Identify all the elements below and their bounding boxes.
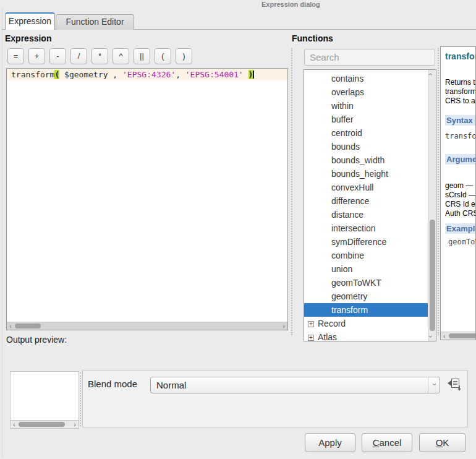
- expression-dialog: Expression dialog Expression Function Ed…: [0, 0, 476, 459]
- operator-divide-button[interactable]: /: [70, 48, 87, 64]
- function-list-item[interactable]: bounds_width: [304, 153, 428, 167]
- help-horizontal-scrollbar[interactable]: ‹: [441, 332, 475, 340]
- scroll-down-icon[interactable]: ›: [427, 335, 435, 338]
- function-list-item-label: transform: [331, 305, 368, 315]
- editor-horizontal-scrollbar[interactable]: ‹ ›: [7, 322, 287, 330]
- operator-plus-button[interactable]: +: [28, 48, 45, 64]
- function-list-item[interactable]: within: [304, 99, 428, 113]
- function-list-item[interactable]: combine: [304, 249, 428, 262]
- preview-splitter[interactable]: [80, 372, 81, 426]
- operator-minus-button[interactable]: -: [49, 48, 66, 64]
- function-list-scrollbar[interactable]: ‹ ›: [428, 70, 436, 341]
- scroll-up-icon[interactable]: ‹: [427, 73, 435, 75]
- operator-close-paren-button[interactable]: ): [176, 48, 192, 64]
- editor-scrollbar-thumb[interactable]: [15, 324, 41, 328]
- panel-splitter-left[interactable]: [291, 48, 292, 335]
- function-list-item[interactable]: convexHull: [304, 181, 428, 194]
- code-space: [244, 70, 249, 79]
- data-defined-override-button[interactable]: [446, 377, 462, 393]
- blend-mode-value: Normal: [156, 377, 186, 393]
- function-list-item[interactable]: transform: [304, 303, 428, 317]
- preview-box: ‹ ›: [10, 371, 79, 429]
- function-list-item-label: bounds_height: [331, 169, 388, 179]
- function-list-item-label: difference: [331, 196, 369, 206]
- code-string-1: 'EPSG:4326': [122, 70, 176, 79]
- help-arguments-heading: Arguments: [445, 154, 476, 165]
- function-list-item-label: contains: [331, 74, 363, 84]
- scroll-left-icon[interactable]: ‹: [9, 322, 12, 330]
- expression-heading: Expression: [5, 33, 51, 43]
- expand-icon[interactable]: +: [308, 321, 314, 327]
- function-list-item[interactable]: centroid: [304, 126, 428, 140]
- help-scrollbar-thumb[interactable]: [449, 333, 476, 338]
- function-list-item[interactable]: geometry: [304, 290, 428, 303]
- apply-button[interactable]: Apply: [305, 433, 355, 452]
- function-list-item[interactable]: bounds_height: [304, 167, 428, 181]
- function-list-item[interactable]: symDifference: [304, 235, 428, 249]
- function-list-scrollbar-thumb[interactable]: [430, 220, 435, 331]
- function-list[interactable]: containsoverlapswithinbuffercentroidboun…: [304, 69, 436, 341]
- data-defined-override-icon: [446, 377, 462, 392]
- panel-splitter-right[interactable]: [438, 48, 439, 335]
- code-string-2: 'EPSG:54001': [185, 70, 244, 79]
- function-list-item[interactable]: +Record: [304, 317, 428, 330]
- operator-toolbar: = + - / * ^ || ( ): [7, 48, 192, 64]
- tab-expression[interactable]: Expression: [5, 12, 55, 30]
- expand-icon[interactable]: +: [308, 335, 314, 341]
- function-list-item[interactable]: difference: [304, 194, 428, 208]
- function-list-item-label: intersection: [331, 223, 376, 233]
- scroll-right-icon[interactable]: ›: [74, 421, 76, 428]
- operator-open-paren-button[interactable]: (: [155, 48, 171, 64]
- function-list-item[interactable]: contains: [304, 72, 428, 85]
- function-list-item-label: union: [331, 264, 352, 274]
- search-input[interactable]: [304, 49, 435, 66]
- function-list-item[interactable]: buffer: [304, 113, 428, 126]
- output-preview-label: Output preview:: [6, 335, 67, 345]
- function-list-item-label: combine: [331, 251, 364, 260]
- operator-concat-button[interactable]: ||: [134, 48, 150, 64]
- preview-horizontal-scrollbar[interactable]: ‹ ›: [11, 420, 79, 428]
- function-list-item-label: convexHull: [331, 182, 373, 192]
- function-list-item-label: buffer: [331, 114, 354, 124]
- scroll-right-icon[interactable]: ›: [283, 322, 285, 330]
- function-list-item[interactable]: +Atlas: [304, 330, 428, 341]
- preview-scrollbar-thumb[interactable]: [19, 422, 65, 427]
- cancel-button[interactable]: Cancel: [362, 433, 412, 452]
- function-list-item[interactable]: geomToWKT: [304, 276, 428, 290]
- function-list-item-label: geometry: [331, 291, 367, 301]
- operator-equals-button[interactable]: =: [7, 48, 24, 64]
- function-list-item-label: distance: [331, 210, 363, 220]
- help-example-code: geomToWKT( transform(: [448, 238, 476, 246]
- blend-mode-select[interactable]: Normal ›: [150, 377, 440, 393]
- function-list-item[interactable]: overlaps: [304, 85, 428, 99]
- functions-heading: Functions: [292, 33, 333, 43]
- function-list-items: containsoverlapswithinbuffercentroidboun…: [304, 72, 428, 341]
- function-list-item-label: geomToWKT: [331, 278, 381, 288]
- scroll-left-icon[interactable]: ‹: [13, 421, 15, 428]
- help-function-title: transform: [445, 51, 476, 61]
- expression-code-editor[interactable]: transform( $geometry , 'EPSG:4326', 'EPS…: [6, 68, 288, 330]
- blend-mode-label: Blend mode: [88, 379, 137, 389]
- help-syntax-heading: Syntax: [445, 115, 476, 126]
- function-list-item[interactable]: intersection: [304, 221, 428, 235]
- function-list-item[interactable]: bounds: [304, 140, 428, 153]
- window-left-border: [2, 7, 2, 457]
- function-list-item-label: bounds_width: [331, 155, 385, 165]
- expression-code-line[interactable]: transform( $geometry , 'EPSG:4326', 'EPS…: [7, 69, 287, 80]
- help-description: Returns the geometry transformed from a …: [445, 78, 476, 106]
- window-title: Expression dialog: [261, 1, 320, 8]
- tab-function-editor[interactable]: Function Editor: [56, 14, 134, 30]
- function-list-item-label: Atlas: [318, 332, 337, 341]
- operator-multiply-button[interactable]: *: [91, 48, 108, 64]
- scroll-left-icon[interactable]: ‹: [443, 332, 446, 340]
- function-help-panel: transform Returns the geometry transform…: [440, 46, 476, 340]
- help-arguments: geom — a geometry sCrsId — Source Auth C…: [445, 181, 476, 218]
- help-syntax-code: transform( geom, sCrsId,: [445, 132, 476, 140]
- function-list-item[interactable]: union: [304, 262, 428, 276]
- function-list-item[interactable]: distance: [304, 208, 428, 221]
- function-list-item-label: Record: [318, 319, 346, 328]
- function-list-item-label: within: [331, 101, 354, 111]
- ok-button[interactable]: OK: [419, 433, 465, 452]
- function-list-item-label: bounds: [331, 142, 360, 152]
- operator-power-button[interactable]: ^: [113, 48, 129, 64]
